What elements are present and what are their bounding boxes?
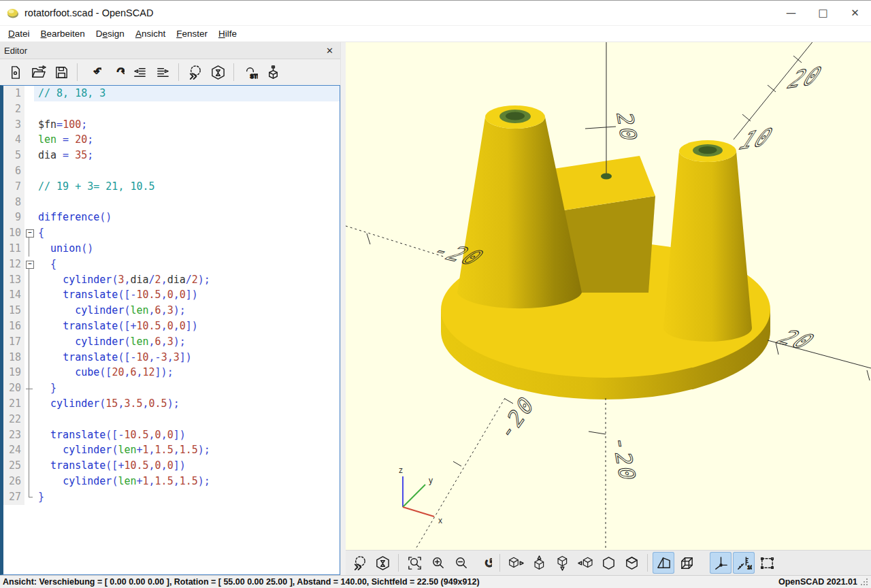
code-line[interactable]: 24 cylinder(len+1,1.5,1.5); [3, 442, 340, 458]
perspective-button[interactable] [653, 552, 674, 574]
indent-button[interactable] [152, 61, 174, 83]
show-scale-markers-button[interactable] [733, 552, 755, 574]
code-line[interactable]: 20 } [3, 380, 340, 396]
code-line[interactable]: 16 translate([+10.5,0,0]) [3, 318, 340, 334]
toolbar-separator [398, 554, 399, 572]
code-line[interactable]: 14 translate([-10.5,0,0]) [3, 287, 340, 303]
line-number: 2 [3, 101, 24, 117]
dock-splitter[interactable] [340, 42, 346, 575]
maximize-button[interactable]: □ [807, 1, 839, 25]
fold-margin [24, 148, 34, 163]
render-button[interactable] [207, 61, 229, 83]
redo-button[interactable] [105, 61, 127, 83]
indent-icon [155, 65, 171, 80]
reset-view-button[interactable] [473, 552, 495, 574]
view-front-button[interactable] [597, 552, 619, 574]
fold-margin [24, 318, 34, 334]
save-button[interactable] [50, 61, 72, 83]
menu-design[interactable]: Design [91, 26, 130, 42]
code-line[interactable]: 3$fn=100; [3, 117, 340, 133]
print-3d-button[interactable] [262, 61, 284, 83]
view-back-icon [624, 555, 640, 571]
code-line[interactable]: 17 cylinder(len,6,3); [3, 334, 340, 350]
code-text: cylinder(3,dia/2,dia/2); [34, 272, 340, 288]
unindent-button[interactable] [129, 61, 150, 83]
menu-ansicht[interactable]: Ansicht [130, 26, 171, 42]
zoom-out-button[interactable] [450, 552, 472, 574]
editor-close-icon[interactable]: ✕ [323, 46, 336, 56]
triad-y-label: y [429, 476, 433, 485]
line-number: 9 [3, 210, 24, 225]
code-line[interactable]: 10{ [3, 225, 340, 241]
fold-margin[interactable] [24, 257, 34, 272]
code-line[interactable]: 2 [3, 101, 340, 117]
code-line[interactable]: 27} [3, 489, 340, 505]
code-text [34, 412, 340, 427]
code-line[interactable]: 22 [3, 412, 340, 427]
code-text: cylinder(len,6,3); [34, 334, 340, 350]
code-line[interactable]: 5dia = 35; [3, 148, 340, 163]
minimize-button[interactable]: — [775, 1, 807, 25]
view-bottom-button[interactable] [551, 552, 573, 574]
fold-margin [24, 489, 34, 505]
orthogonal-button[interactable] [676, 552, 697, 574]
line-number: 24 [3, 442, 24, 458]
menu-fenster[interactable]: Fenster [171, 26, 213, 42]
close-button[interactable]: ✕ [839, 1, 871, 25]
new-file-icon [7, 65, 23, 80]
code-line[interactable]: 6 [3, 163, 340, 179]
show-axes-button[interactable] [710, 552, 732, 574]
code-line[interactable]: 19 cube([20,6,12]); [3, 365, 340, 380]
view-left-button[interactable] [574, 552, 596, 574]
3d-viewport[interactable]: 10 20 [346, 42, 871, 550]
show-axes-icon [713, 555, 729, 571]
zoom-in-button[interactable] [427, 552, 448, 574]
fold-margin[interactable] [24, 225, 34, 241]
redo-icon [109, 65, 125, 80]
code-line[interactable]: 26 cylinder(len+1,1.5,1.5); [3, 474, 340, 489]
menu-datei[interactable]: Datei [3, 26, 35, 42]
menu-bearbeiten[interactable]: Bearbeiten [35, 26, 91, 42]
fold-margin [24, 241, 34, 257]
preview-button[interactable] [348, 552, 370, 574]
triad-x-label: x [438, 516, 442, 525]
center-hole [601, 174, 612, 180]
code-line[interactable]: 23 translate([-10.5,0,0]) [3, 427, 340, 443]
undo-icon [86, 65, 101, 80]
code-editor[interactable]: 1// 8, 18, 323$fn=100;4len = 20;5dia = 3… [0, 85, 340, 575]
code-text: { [34, 257, 340, 272]
view-top-button[interactable] [528, 552, 550, 574]
code-line[interactable]: 13 cylinder(3,dia/2,dia/2); [3, 272, 340, 288]
show-edges-button[interactable] [756, 552, 778, 574]
view-back-button[interactable] [621, 552, 642, 574]
view-left-icon [578, 555, 593, 571]
code-line[interactable]: 12 { [3, 257, 340, 272]
menu-hilfe[interactable]: Hilfe [213, 26, 242, 42]
line-number: 25 [3, 458, 24, 474]
code-line[interactable]: 11 union() [3, 241, 340, 257]
code-text: cylinder(len,6,3); [34, 303, 340, 318]
code-line[interactable]: 4len = 20; [3, 132, 340, 148]
version-text: OpenSCAD 2021.01 [778, 577, 860, 587]
code-line[interactable]: 21 cylinder(15,3.5,0.5); [3, 396, 340, 412]
editor-panel-title: Editor [4, 46, 323, 56]
line-number: 18 [3, 350, 24, 365]
code-line[interactable]: 7// 19 + 3= 21, 10.5 [3, 179, 340, 195]
view-all-button[interactable] [404, 552, 425, 574]
new-file-button[interactable] [4, 61, 26, 83]
view-right-button[interactable] [505, 552, 527, 574]
open-button[interactable] [27, 61, 49, 83]
render-button[interactable] [372, 552, 393, 574]
code-line[interactable]: 9difference() [3, 210, 340, 225]
line-number: 20 [3, 380, 24, 396]
code-line[interactable]: 18 translate([-10,-3,3]) [3, 350, 340, 365]
preview-button[interactable] [184, 61, 206, 83]
code-line[interactable]: 1// 8, 18, 3 [3, 86, 340, 101]
resize-grip[interactable] [860, 578, 868, 586]
undo-button[interactable] [82, 61, 104, 83]
code-line[interactable]: 15 cylinder(len,6,3); [3, 303, 340, 318]
code-line[interactable]: 8 [3, 195, 340, 210]
fold-margin [24, 101, 34, 117]
export-stl-button[interactable] [239, 61, 261, 83]
code-line[interactable]: 25 translate([+10.5,0,0]) [3, 458, 340, 474]
